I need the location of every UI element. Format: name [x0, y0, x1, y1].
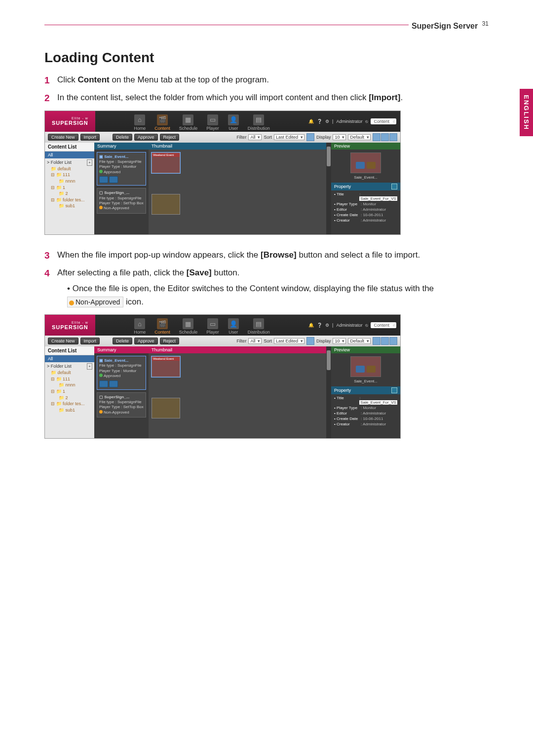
thumbnail-item[interactable]: Weekend Event [152, 152, 180, 173]
import-button[interactable]: Import [80, 338, 100, 344]
summary-card-supersign[interactable]: ▢ SuperSign_... File type : SupersignFil… [97, 188, 146, 214]
tab-home[interactable]: ⌂Home [134, 114, 146, 131]
account-label[interactable]: Administrator [336, 323, 362, 328]
gear-icon[interactable]: ⚙ [325, 323, 329, 328]
tab-schedule[interactable]: ▦Schedule [179, 318, 198, 335]
content-list-all[interactable]: All [45, 151, 94, 158]
card-action-icon[interactable] [99, 380, 108, 387]
create-new-button[interactable]: Create New [48, 134, 78, 141]
thumbnail-item[interactable] [152, 194, 180, 215]
scrollbar-thumb[interactable] [327, 350, 331, 370]
view-thumb-icon[interactable] [389, 133, 397, 141]
search-input[interactable]: Content [371, 322, 396, 328]
sort-dir-icon[interactable] [306, 133, 314, 141]
delete-button[interactable]: Delete [113, 338, 132, 344]
sort-dir-icon[interactable] [306, 337, 314, 345]
folder-list-label[interactable]: > Folder List [47, 159, 72, 166]
tree-folder[interactable]: ⊟ 📁 111 [51, 376, 92, 382]
tab-schedule[interactable]: ▦Schedule [179, 114, 198, 131]
filter-select[interactable]: All [248, 338, 262, 344]
help-icon[interactable]: ❔ [317, 323, 322, 328]
summary-card-supersign[interactable]: ▢ SuperSign_... File type : SupersignFil… [97, 392, 146, 418]
add-folder-icon[interactable]: + [87, 363, 92, 370]
view-list-icon[interactable] [373, 337, 381, 345]
tab-distribution[interactable]: ▤Distribution [248, 318, 270, 335]
content-list-heading: Content List [45, 346, 94, 355]
scrollbar-thumb[interactable] [327, 147, 331, 166]
tree-folder[interactable]: 📁 nnnn [51, 178, 92, 185]
view-list-icon[interactable] [373, 133, 381, 141]
step-number: 4 [44, 266, 50, 280]
delete-button[interactable]: Delete [113, 134, 132, 141]
tree-folder[interactable]: ⊟ 📁 1 [51, 388, 92, 395]
tab-user[interactable]: 👤User [228, 318, 239, 335]
notify-icon[interactable]: 🔔 [308, 323, 314, 328]
tree-folder[interactable]: 📁 2 [51, 395, 92, 401]
import-button[interactable]: Import [80, 134, 100, 141]
logout-icon[interactable]: ⎋ [365, 323, 368, 328]
summary-card-sale-event[interactable]: ▣ Sale_Event... File type : SupersignFil… [97, 356, 146, 390]
default-select[interactable]: Default [348, 134, 371, 140]
tree-folder[interactable]: 📁 default [51, 370, 92, 376]
scrollbar[interactable] [326, 143, 331, 234]
scrollbar[interactable] [326, 346, 331, 438]
tree-folder[interactable]: 📁 default [51, 166, 92, 172]
property-value: Monitor [363, 202, 376, 206]
reject-button[interactable]: Reject [160, 134, 180, 141]
sort-select[interactable]: Last Edited [274, 134, 305, 140]
property-title-input[interactable]: Sale_Event_For_VS [359, 400, 397, 405]
approve-button[interactable]: Approve [134, 134, 158, 141]
create-new-button[interactable]: Create New [48, 338, 78, 344]
thumbnail-item[interactable]: Weekend Event [152, 356, 180, 377]
search-input[interactable]: Content [371, 118, 396, 124]
tab-distribution[interactable]: ▤Distribution [248, 114, 270, 131]
display-select[interactable]: 10 [333, 338, 346, 344]
reject-button[interactable]: Reject [160, 338, 180, 344]
folder-tree: > Folder List + 📁 default ⊟ 📁 111 📁 nnnn… [45, 158, 94, 211]
tab-content[interactable]: 🎬Content [154, 318, 170, 335]
step3-text-post: button and select a file to import. [297, 250, 420, 260]
property-title-input[interactable]: Sale_Event_For_VS [359, 196, 397, 201]
tree-folder[interactable]: 📁 sub1 [51, 203, 92, 209]
view-detail-icon[interactable] [381, 337, 389, 345]
sort-select[interactable]: Last Edited [274, 338, 305, 344]
add-folder-icon[interactable]: + [87, 159, 92, 166]
filter-select[interactable]: All [248, 134, 262, 140]
non-approved-dot-icon [69, 301, 74, 305]
tab-home[interactable]: ⌂Home [134, 318, 146, 335]
account-label[interactable]: Administrator [336, 119, 362, 124]
tree-folder[interactable]: 📁 sub1 [51, 407, 92, 414]
display-label: Display [316, 339, 331, 343]
expand-icon[interactable] [391, 387, 397, 393]
property-heading-label: Property [334, 388, 351, 393]
tree-folder[interactable]: 📁 2 [51, 190, 92, 197]
card-action-icon[interactable] [109, 380, 118, 387]
tab-player[interactable]: ▭Player [206, 114, 219, 131]
tree-folder[interactable]: ⊟ 📁 1 [51, 185, 92, 191]
tab-content[interactable]: 🎬Content [154, 114, 170, 131]
view-detail-icon[interactable] [381, 133, 389, 141]
tree-folder[interactable]: ⊟ 📁 111 [51, 172, 92, 178]
notify-icon[interactable]: 🔔 [308, 119, 314, 124]
default-select[interactable]: Default [348, 338, 371, 344]
tree-folder[interactable]: ⊟ 📁 folder tes... [51, 197, 92, 203]
expand-icon[interactable] [391, 184, 397, 189]
tree-folder[interactable]: 📁 nnnn [51, 382, 92, 388]
display-select[interactable]: 10 [333, 134, 346, 140]
summary-card-sale-event[interactable]: ▣ Sale_Event... File type : SupersignFil… [97, 152, 146, 186]
view-thumb-icon[interactable] [389, 337, 397, 345]
content-list-all[interactable]: All [45, 355, 94, 362]
gear-icon[interactable]: ⚙ [325, 119, 329, 124]
logout-icon[interactable]: ⎋ [365, 119, 368, 124]
thumbnail-label: Weekend Event [152, 153, 180, 157]
approve-button[interactable]: Approve [134, 338, 158, 344]
card-action-icon[interactable] [109, 176, 118, 183]
thumbnail-item[interactable] [152, 398, 180, 418]
help-icon[interactable]: ❔ [317, 119, 322, 124]
schedule-icon: ▦ [183, 318, 193, 329]
card-action-icon[interactable] [99, 176, 108, 183]
folder-list-label[interactable]: > Folder List [47, 363, 72, 370]
tab-player[interactable]: ▭Player [206, 318, 219, 335]
tree-folder[interactable]: ⊟ 📁 folder tes... [51, 401, 92, 407]
tab-user[interactable]: 👤User [228, 114, 239, 131]
